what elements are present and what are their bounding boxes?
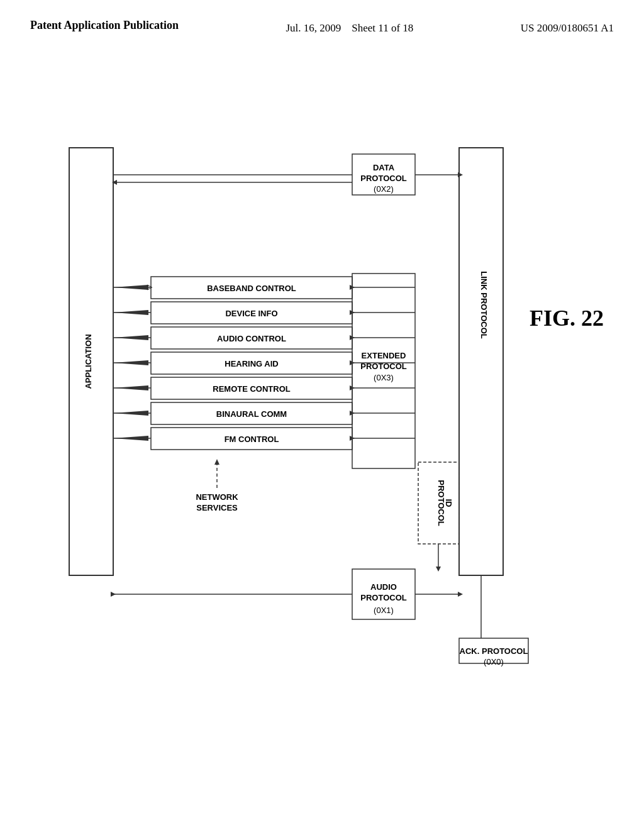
audio-protocol-label: AUDIO xyxy=(370,582,397,592)
ack-code-label: (0X0) xyxy=(484,657,504,667)
network-services-label: NETWORK xyxy=(196,492,238,502)
sheet-info: Sheet 11 of 18 xyxy=(352,22,413,34)
svg-marker-27 xyxy=(113,360,148,365)
protocol-id-label2: ID xyxy=(444,499,453,507)
diagram-svg: text { font-family: Arial, sans-serif; f… xyxy=(31,91,579,707)
svg-marker-22 xyxy=(113,335,148,340)
ack-protocol-label: ACK. PROTOCOL xyxy=(460,646,528,656)
svg-marker-11 xyxy=(113,285,148,290)
svg-marker-32 xyxy=(113,385,148,390)
extended-code-label: (0X3) xyxy=(374,373,394,382)
publication-title: Patent Application Publication xyxy=(30,18,179,33)
hearing-aid-label: HEARING AID xyxy=(225,359,278,368)
fm-control-label: FM CONTROL xyxy=(225,434,279,444)
extended-protocol-label: EXTENDED xyxy=(362,351,406,360)
remote-control-label: REMOTE CONTROL xyxy=(213,384,291,394)
data-code-label: (0X2) xyxy=(374,184,394,194)
svg-marker-49 xyxy=(436,567,441,572)
svg-marker-42 xyxy=(113,436,148,441)
audio-code-label: (0X1) xyxy=(374,606,394,615)
figure-label: FIG. 22 xyxy=(530,305,604,331)
svg-rect-1 xyxy=(459,148,503,575)
network-services-label2: SERVICES xyxy=(196,503,238,512)
header-center: Jul. 16, 2009 Sheet 11 of 18 xyxy=(286,18,413,36)
patent-number: US 2009/0180651 A1 xyxy=(521,18,614,36)
publication-date: Jul. 16, 2009 xyxy=(286,22,341,34)
application-label: APPLICATION xyxy=(84,334,93,389)
svg-marker-5 xyxy=(458,172,463,177)
data-protocol-label2: PROTOCOL xyxy=(360,174,406,183)
svg-marker-17 xyxy=(113,310,148,315)
link-protocol-label: LINK PROTOCOL xyxy=(479,271,489,338)
audio-protocol-label2: PROTOCOL xyxy=(360,593,406,602)
svg-marker-54 xyxy=(458,592,463,597)
baseband-control-label: BASEBAND CONTROL xyxy=(207,284,296,293)
device-info-label: DEVICE INFO xyxy=(225,309,277,318)
diagram-area: text { font-family: Arial, sans-serif; f… xyxy=(31,91,610,751)
svg-marker-46 xyxy=(214,459,219,465)
binaural-comm-label: BINAURAL COMM xyxy=(216,409,287,419)
data-protocol-label: DATA xyxy=(373,163,395,172)
audio-control-label: AUDIO CONTROL xyxy=(217,334,286,343)
svg-marker-37 xyxy=(113,411,148,416)
svg-rect-8 xyxy=(352,274,415,468)
svg-marker-52 xyxy=(111,592,116,597)
